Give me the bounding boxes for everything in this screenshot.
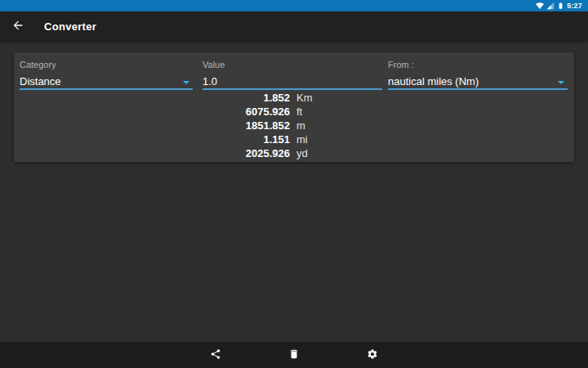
- result-row: 1.151 mi: [14, 132, 574, 146]
- delete-button[interactable]: [287, 348, 301, 361]
- status-bar: 5:27: [0, 0, 588, 11]
- share-icon: [210, 348, 221, 362]
- result-unit: Km: [296, 92, 313, 104]
- result-value: 2025.926: [14, 147, 290, 159]
- result-value: 1.852: [14, 92, 290, 104]
- conversion-results-list: 1.852 Km 6075.926 ft 1851.852 m 1.151 mi…: [14, 91, 574, 160]
- from-selected-value: nautical miles (Nm): [388, 75, 479, 88]
- category-label: Category: [20, 59, 193, 70]
- value-input[interactable]: [203, 73, 382, 89]
- settings-button[interactable]: [366, 348, 379, 361]
- result-row: 1851.852 m: [14, 119, 574, 132]
- bottom-actions: [209, 348, 379, 361]
- result-row: 2025.926 yd: [14, 146, 574, 160]
- settings-icon: [367, 348, 378, 362]
- chevron-down-icon: [558, 81, 564, 84]
- clock: 5:27: [567, 2, 582, 10]
- result-value: 1.151: [14, 133, 290, 146]
- from-underline: [388, 88, 568, 90]
- result-unit: yd: [296, 147, 308, 159]
- share-button[interactable]: [209, 348, 222, 361]
- converter-card: Category Distance Value From : nautical …: [14, 52, 574, 162]
- from-label: From :: [388, 59, 568, 70]
- battery-icon: [557, 2, 564, 10]
- category-dropdown[interactable]: Distance: [20, 72, 193, 90]
- bottom-action-bar: [0, 342, 588, 368]
- from-field: From : nautical miles (Nm): [388, 59, 568, 90]
- wifi-icon: [536, 2, 544, 10]
- result-row: 6075.926 ft: [14, 105, 574, 119]
- value-label: Value: [203, 59, 382, 70]
- value-underline: [203, 88, 382, 90]
- category-field: Category Distance: [20, 59, 193, 90]
- result-row: 1.852 Km: [14, 91, 574, 105]
- arrow-left-icon: [11, 19, 24, 34]
- converter-app-screen: 5:27 Converter Category Distance Value: [0, 0, 588, 368]
- back-button[interactable]: [3, 11, 33, 41]
- app-bar: Converter: [0, 11, 588, 41]
- delete-icon: [288, 348, 300, 362]
- result-unit: mi: [296, 133, 308, 146]
- value-input-wrap: [203, 72, 382, 90]
- result-value: 6075.926: [14, 105, 290, 118]
- result-unit: ft: [296, 105, 302, 118]
- chevron-down-icon: [183, 81, 189, 84]
- result-value: 1851.852: [14, 119, 290, 132]
- from-unit-dropdown[interactable]: nautical miles (Nm): [388, 72, 568, 90]
- category-selected-value: Distance: [20, 75, 61, 88]
- value-field: Value: [203, 59, 382, 90]
- category-underline: [20, 88, 193, 90]
- page-title: Converter: [44, 20, 96, 33]
- cell-signal-icon: [546, 2, 555, 10]
- result-unit: m: [296, 119, 305, 132]
